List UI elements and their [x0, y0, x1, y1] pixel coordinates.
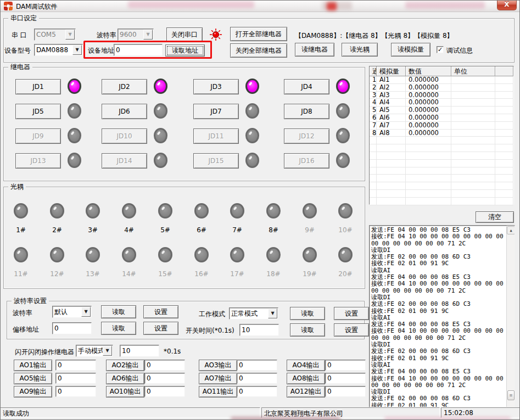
ao-output-input-10[interactable]: 0 [144, 386, 185, 397]
ao-output-input-11[interactable]: 0 [237, 386, 277, 397]
device-model-select[interactable]: DAM0888 ▼ [34, 44, 83, 56]
read-addr-button[interactable]: 读取地址 [165, 44, 205, 57]
table-cell [377, 175, 406, 182]
relay-button-jd6[interactable]: JD6 [102, 104, 147, 119]
switch-time-read-button[interactable]: 读取 [290, 323, 325, 337]
close-button[interactable]: X [497, 0, 517, 10]
read-analog-button[interactable]: 读模拟量 [391, 43, 430, 57]
offset-addr-input[interactable]: 0 [52, 322, 92, 334]
ao-output-button-1[interactable]: AO1输出 [14, 360, 52, 371]
read-opto-button[interactable]: 读光耦 [342, 43, 378, 57]
flash-mode-select[interactable]: 手动模式 ▼ [76, 345, 113, 357]
relay-button-jd14[interactable]: JD14 [102, 153, 147, 169]
switch-time-input[interactable]: 10 [239, 324, 279, 336]
close-all-relays-button[interactable]: 关闭全部继电器 [230, 43, 287, 58]
relay-button-jd10[interactable]: JD10 [102, 128, 147, 144]
relay-button-jd16[interactable]: JD16 [284, 153, 329, 169]
relay-button-jd1[interactable]: JD1 [15, 79, 61, 94]
table-cell [451, 84, 495, 92]
scrollbar-thumb[interactable]: ≡ [507, 390, 515, 400]
table-cell [406, 137, 451, 144]
close-serial-button[interactable]: 关闭串口 [166, 27, 203, 42]
analog-col-header[interactable]: 模拟量 [377, 66, 406, 76]
ao-output-button-10[interactable]: AO10输出 [106, 386, 144, 397]
analog-col-header[interactable]: 数值 [406, 66, 451, 76]
relay-button-jd2[interactable]: JD2 [102, 79, 147, 94]
analog-col-header[interactable] [495, 66, 513, 76]
relay-button-jd11[interactable]: JD11 [193, 128, 239, 144]
relay-button-jd4[interactable]: JD4 [284, 79, 329, 94]
relay-button-jd8[interactable]: JD8 [284, 104, 329, 119]
ao-output-button-4[interactable]: AO4输出 [287, 360, 325, 371]
relay-led-4 [336, 79, 350, 94]
relay-button-jd3[interactable]: JD3 [193, 79, 239, 94]
ao-output-button-5[interactable]: AO5输出 [14, 373, 52, 384]
ao-output-input-6[interactable]: 0 [144, 373, 185, 384]
ao-output-input-3[interactable]: 0 [237, 360, 277, 371]
scroll-up-icon[interactable]: ▲ [507, 226, 515, 234]
table-cell [495, 167, 513, 175]
table-cell: 1 [370, 76, 377, 84]
relay-button-jd7[interactable]: JD7 [193, 104, 239, 119]
ao-output-button-2[interactable]: AO2输出 [106, 360, 144, 371]
table-cell: 0.000000 [406, 122, 451, 130]
ao-output-button-7[interactable]: AO7输出 [199, 373, 237, 384]
analog-col-header[interactable]: 单位 [451, 66, 495, 76]
work-mode-set-button[interactable]: 设置 [334, 307, 369, 320]
relay-button-jd5[interactable]: JD5 [15, 104, 61, 119]
relay-button-jd9[interactable]: JD9 [15, 128, 61, 144]
work-mode-read-button[interactable]: 读取 [290, 307, 325, 320]
baud-select[interactable]: 9600 ▼ [118, 29, 154, 41]
ao-output-button-11[interactable]: AO11输出 [199, 386, 237, 397]
baud2-select[interactable]: 默认 ▼ [52, 306, 92, 318]
ao-output-input-5[interactable]: 0 [55, 373, 96, 384]
offset-set-button[interactable]: 设置 [143, 322, 178, 335]
offset-read-button[interactable]: 读取 [101, 322, 136, 335]
baud-set-button[interactable]: 设置 [143, 305, 178, 318]
table-cell [370, 144, 377, 152]
ao-output-button-9[interactable]: AO9输出 [14, 386, 52, 397]
table-row: 7AI70.000000 [370, 122, 513, 130]
clear-log-button[interactable]: 清空 [476, 211, 514, 223]
relay-button-jd13[interactable]: JD13 [15, 153, 61, 169]
flash-time-input[interactable]: 10 [120, 345, 159, 357]
relay-led-15 [245, 153, 259, 168]
log-scrollbar[interactable]: ▲ ≡ [506, 226, 515, 407]
baud-read-button[interactable]: 读取 [101, 305, 136, 318]
ao-output-input-12[interactable]: 0 [325, 386, 366, 397]
table-cell [406, 198, 451, 205]
work-mode-select[interactable]: 正常模式 ▼ [229, 307, 278, 320]
table-cell [406, 152, 451, 160]
switch-time-set-button[interactable]: 设置 [334, 323, 369, 337]
table-cell: 3 [370, 92, 377, 99]
comm-log[interactable]: 发送:FE 04 00 00 00 08 E5 C3接收:FE 04 10 00… [369, 225, 515, 407]
ao-output-input-4[interactable]: 0 [325, 360, 366, 371]
analog-col-header[interactable]: 通 [370, 66, 377, 76]
table-cell [451, 130, 495, 137]
ao-output-input-1[interactable]: 0 [55, 360, 96, 371]
device-addr-input[interactable]: 0 [114, 44, 163, 56]
ao-output-button-6[interactable]: AO6输出 [106, 373, 144, 384]
ao-output-button-12[interactable]: AO12输出 [287, 386, 325, 397]
ao-output-input-8[interactable]: 0 [325, 373, 366, 384]
relay-button-jd15[interactable]: JD15 [193, 153, 239, 169]
debug-info-checkbox[interactable]: ✓ [437, 46, 444, 53]
flash-time-unit: *0.1s [164, 348, 181, 355]
ao-output-button-8[interactable]: AO8输出 [287, 373, 325, 384]
table-cell [451, 175, 495, 182]
table-cell [495, 122, 513, 130]
ao-output-input-9[interactable]: 0 [55, 386, 96, 397]
open-all-relays-button[interactable]: 打开全部继电器 [230, 27, 287, 41]
ao-output-input-2[interactable]: 0 [144, 360, 185, 371]
ao-output-input-7[interactable]: 0 [237, 373, 277, 384]
serial-port-select[interactable]: COM5 ▼ [34, 29, 76, 41]
relay-led-7 [245, 103, 259, 119]
table-cell [377, 182, 406, 190]
opto-label-6: 6# [191, 226, 213, 234]
log-line: 发送:FE 04 00 00 00 08 E5 C3 [370, 368, 506, 375]
ao-output-button-3[interactable]: AO3输出 [199, 360, 237, 371]
opto-label-10: 10# [334, 226, 356, 234]
relay-button-jd12[interactable]: JD12 [284, 128, 329, 144]
relay-led-5 [68, 103, 81, 119]
read-relay-button[interactable]: 读继电器 [295, 43, 334, 57]
